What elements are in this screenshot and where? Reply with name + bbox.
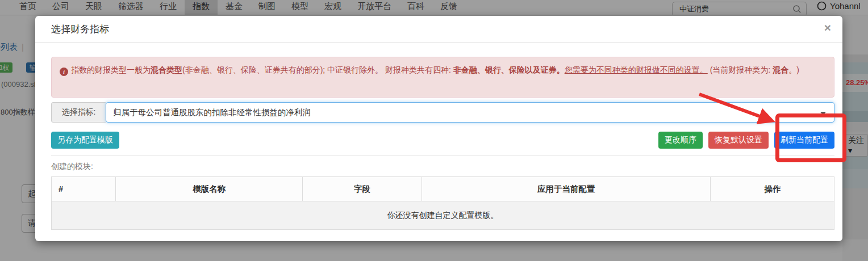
col-header-applied: 应用于当前配置 bbox=[422, 177, 710, 201]
alert-segment: 混合 bbox=[773, 65, 788, 74]
restore-defaults-button[interactable]: 恢复默认设置 bbox=[708, 132, 769, 149]
dialog-body: i指数的财报类型一般为混合类型(非金融、银行、保险、证券共有的部分); 中证银行… bbox=[35, 43, 842, 230]
close-icon[interactable]: × bbox=[824, 22, 831, 33]
divider bbox=[51, 155, 834, 156]
dialog-header: 选择财务指标 × bbox=[35, 16, 842, 43]
col-header-index: # bbox=[52, 177, 116, 201]
dialog-title: 选择财务指标 bbox=[51, 23, 109, 36]
change-order-button[interactable]: 更改顺序 bbox=[658, 132, 703, 149]
right-button-group: 更改顺序 恢复默认设置 刷新当前配置 bbox=[658, 132, 834, 149]
table-empty-row: 你还没有创建自定义配置模版。 bbox=[52, 201, 834, 230]
report-type-alert: i指数的财报类型一般为混合类型(非金融、银行、保险、证券共有的部分); 中证银行… bbox=[51, 57, 834, 98]
col-header-fields: 字段 bbox=[303, 177, 422, 201]
select-indicator-label: 选择指标: bbox=[51, 102, 106, 123]
col-header-template-name: 模版名称 bbox=[115, 177, 302, 201]
alert-segment[interactable]: 您需要为不同种类的财报做不同的设置。 bbox=[565, 65, 708, 74]
alert-text: 指数的财报类型一般为混合类型(非金融、银行、保险、证券共有的部分); 中证银行除… bbox=[71, 65, 799, 74]
col-header-actions: 操作 bbox=[711, 177, 834, 201]
alert-segment: 非金融、银行、保险以及证券。 bbox=[453, 65, 565, 74]
refresh-config-button[interactable]: 刷新当前配置 bbox=[774, 132, 834, 149]
indicator-selected-value: 归属于母公司普通股股东的扣除非经常性损益的净利润 bbox=[113, 107, 311, 118]
info-icon: i bbox=[60, 68, 68, 76]
chevron-down-icon bbox=[820, 112, 826, 115]
indicator-select[interactable]: 归属于母公司普通股股东的扣除非经常性损益的净利润 bbox=[106, 102, 834, 123]
empty-state-text: 你还没有创建自定义配置模版。 bbox=[52, 201, 834, 230]
alert-segment: 。) bbox=[788, 65, 799, 74]
indicator-select-row: 选择指标: 归属于母公司普通股股东的扣除非经常性损益的净利润 bbox=[51, 102, 834, 123]
alert-segment: 混合类型 bbox=[151, 65, 182, 74]
alert-segment: (当前财报种类为: bbox=[708, 65, 773, 74]
select-financial-indicator-dialog: 选择财务指标 × i指数的财报类型一般为混合类型(非金融、银行、保险、证券共有的… bbox=[35, 16, 842, 241]
created-modules-label: 创建的模块: bbox=[51, 162, 834, 172]
action-buttons-row: 另存为配置模版 更改顺序 恢复默认设置 刷新当前配置 bbox=[51, 132, 834, 149]
alert-segment: 指数的财报类型一般为 bbox=[71, 65, 151, 74]
alert-segment: (非金融、银行、保险、证券共有的部分); 中证银行除外。 财报种类共有四种: bbox=[182, 65, 453, 74]
table-header-row: # 模版名称 字段 应用于当前配置 操作 bbox=[52, 177, 834, 201]
save-as-template-button[interactable]: 另存为配置模版 bbox=[51, 132, 119, 149]
templates-table: # 模版名称 字段 应用于当前配置 操作 你还没有创建自定义配置模版。 bbox=[51, 176, 834, 230]
screen: 首页公司天眼筛选器行业指数基金制图模型宏观开放平台百科反馈 中证消费 Yohan… bbox=[0, 0, 868, 261]
